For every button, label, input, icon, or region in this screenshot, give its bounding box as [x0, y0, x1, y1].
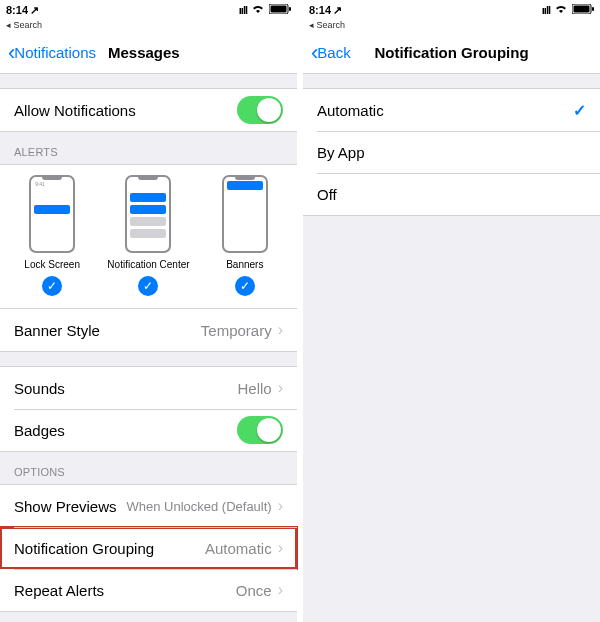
wifi-icon	[251, 4, 265, 16]
sounds-value: Hello	[237, 380, 271, 397]
alert-option-notification-center[interactable]: Notification Center ✓	[103, 175, 193, 296]
back-to-app[interactable]: ◂ Search	[0, 20, 297, 32]
option-label: By App	[317, 144, 365, 161]
alert-option-label: Notification Center	[107, 259, 189, 270]
location-icon: ↗	[30, 4, 39, 17]
banner-style-cell[interactable]: Banner Style Temporary ›	[0, 309, 297, 351]
screen-notification-grouping: 8:14 ↗ ııll ◂ Search ‹ Back Notification…	[303, 0, 600, 622]
alert-option-lock-screen[interactable]: 9:41 Lock Screen ✓	[7, 175, 97, 296]
alert-option-banners[interactable]: Banners ✓	[200, 175, 290, 296]
navigation-bar: ‹ Notifications Messages	[0, 32, 297, 74]
grouping-option-by-app[interactable]: By App	[303, 131, 600, 173]
badges-toggle[interactable]	[237, 416, 283, 444]
svg-rect-4	[574, 6, 590, 13]
status-bar: 8:14 ↗ ııll	[0, 0, 297, 20]
grouping-option-automatic[interactable]: Automatic ✓	[303, 89, 600, 131]
nav-back-button[interactable]: ‹ Notifications	[8, 42, 96, 64]
repeat-alerts-value: Once	[236, 582, 272, 599]
repeat-alerts-cell[interactable]: Repeat Alerts Once ›	[0, 569, 297, 611]
notification-grouping-value: Automatic	[205, 540, 272, 557]
lock-screen-preview-icon: 9:41	[29, 175, 75, 253]
svg-rect-2	[289, 7, 291, 11]
chevron-right-icon: ›	[278, 379, 283, 397]
option-label: Automatic	[317, 102, 384, 119]
nav-back-label: Notifications	[14, 44, 96, 61]
banner-style-label: Banner Style	[14, 322, 100, 339]
notification-grouping-label: Notification Grouping	[14, 540, 154, 557]
badges-label: Badges	[14, 422, 65, 439]
show-previews-cell[interactable]: Show Previews When Unlocked (Default) ›	[0, 485, 297, 527]
notification-grouping-cell[interactable]: Notification Grouping Automatic ›	[0, 527, 297, 569]
checkmark-icon: ✓	[573, 101, 586, 120]
svg-rect-1	[271, 6, 287, 13]
notification-center-preview-icon	[125, 175, 171, 253]
back-to-app[interactable]: ◂ Search	[303, 20, 600, 32]
svg-rect-5	[592, 7, 594, 11]
sounds-label: Sounds	[14, 380, 65, 397]
allow-notifications-label: Allow Notifications	[14, 102, 136, 119]
screen-messages-settings: 8:14 ↗ ııll ◂ Search ‹ Notifications Mes…	[0, 0, 297, 622]
chevron-right-icon: ›	[278, 581, 283, 599]
location-icon: ↗	[333, 4, 342, 17]
chevron-right-icon: ›	[278, 497, 283, 515]
nav-back-button[interactable]: ‹ Back	[311, 42, 351, 64]
alert-option-label: Lock Screen	[24, 259, 80, 270]
options-header: OPTIONS	[0, 452, 297, 484]
option-label: Off	[317, 186, 337, 203]
badges-cell[interactable]: Badges	[0, 409, 297, 451]
status-time: 8:14	[6, 4, 28, 16]
chevron-right-icon: ›	[278, 321, 283, 339]
status-bar: 8:14 ↗ ııll	[303, 0, 600, 20]
grouping-option-off[interactable]: Off	[303, 173, 600, 215]
chevron-right-icon: ›	[278, 539, 283, 557]
nav-back-label: Back	[317, 44, 350, 61]
alert-option-label: Banners	[226, 259, 263, 270]
alerts-options: 9:41 Lock Screen ✓ Notification Center ✓…	[0, 164, 297, 309]
sounds-cell[interactable]: Sounds Hello ›	[0, 367, 297, 409]
show-previews-value: When Unlocked (Default)	[126, 499, 271, 514]
wifi-icon	[554, 4, 568, 16]
alerts-header: ALERTS	[0, 132, 297, 164]
repeat-alerts-label: Repeat Alerts	[14, 582, 104, 599]
battery-icon	[269, 4, 291, 16]
banner-style-value: Temporary	[201, 322, 272, 339]
checkmark-icon: ✓	[138, 276, 158, 296]
signal-icon: ııll	[542, 4, 550, 16]
checkmark-icon: ✓	[42, 276, 62, 296]
allow-notifications-cell[interactable]: Allow Notifications	[0, 89, 297, 131]
navigation-bar: ‹ Back Notification Grouping	[303, 32, 600, 74]
show-previews-label: Show Previews	[14, 498, 117, 515]
banners-preview-icon	[222, 175, 268, 253]
allow-notifications-toggle[interactable]	[237, 96, 283, 124]
battery-icon	[572, 4, 594, 16]
status-time: 8:14	[309, 4, 331, 16]
checkmark-icon: ✓	[235, 276, 255, 296]
signal-icon: ııll	[239, 4, 247, 16]
